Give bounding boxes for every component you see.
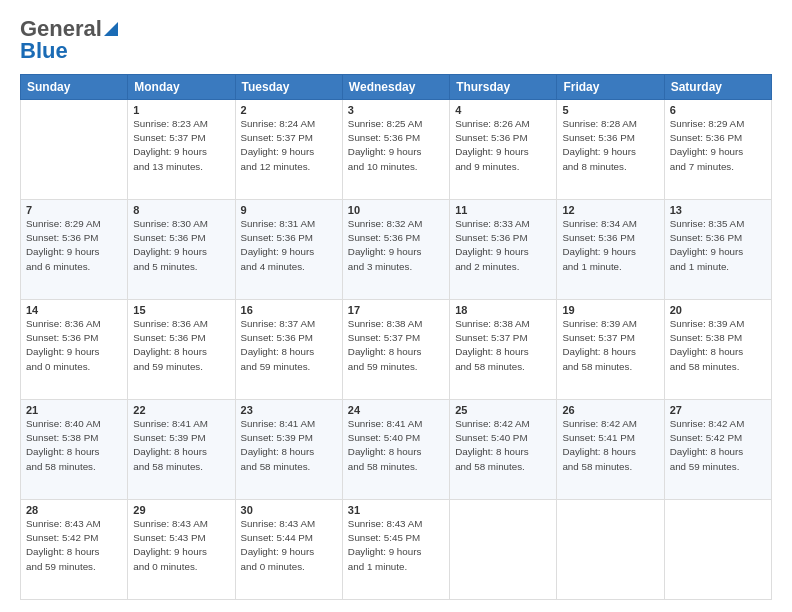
calendar-cell: 29Sunrise: 8:43 AM Sunset: 5:43 PM Dayli…: [128, 500, 235, 600]
day-number: 8: [133, 204, 229, 216]
day-number: 23: [241, 404, 337, 416]
day-info: Sunrise: 8:43 AM Sunset: 5:45 PM Dayligh…: [348, 517, 444, 574]
day-info: Sunrise: 8:41 AM Sunset: 5:39 PM Dayligh…: [241, 417, 337, 474]
day-info: Sunrise: 8:26 AM Sunset: 5:36 PM Dayligh…: [455, 117, 551, 174]
weekday-header-thursday: Thursday: [450, 75, 557, 100]
calendar-cell: [450, 500, 557, 600]
day-number: 24: [348, 404, 444, 416]
calendar-cell: 8Sunrise: 8:30 AM Sunset: 5:36 PM Daylig…: [128, 200, 235, 300]
weekday-header-row: SundayMondayTuesdayWednesdayThursdayFrid…: [21, 75, 772, 100]
day-number: 29: [133, 504, 229, 516]
calendar-cell: 4Sunrise: 8:26 AM Sunset: 5:36 PM Daylig…: [450, 100, 557, 200]
day-info: Sunrise: 8:41 AM Sunset: 5:39 PM Dayligh…: [133, 417, 229, 474]
day-info: Sunrise: 8:30 AM Sunset: 5:36 PM Dayligh…: [133, 217, 229, 274]
day-number: 3: [348, 104, 444, 116]
day-number: 14: [26, 304, 122, 316]
calendar-cell: 24Sunrise: 8:41 AM Sunset: 5:40 PM Dayli…: [342, 400, 449, 500]
day-number: 10: [348, 204, 444, 216]
day-info: Sunrise: 8:28 AM Sunset: 5:36 PM Dayligh…: [562, 117, 658, 174]
weekday-header-wednesday: Wednesday: [342, 75, 449, 100]
day-info: Sunrise: 8:23 AM Sunset: 5:37 PM Dayligh…: [133, 117, 229, 174]
weekday-header-friday: Friday: [557, 75, 664, 100]
calendar-cell: 20Sunrise: 8:39 AM Sunset: 5:38 PM Dayli…: [664, 300, 771, 400]
page: General Blue SundayMondayTuesdayWednesda…: [0, 0, 792, 612]
day-info: Sunrise: 8:36 AM Sunset: 5:36 PM Dayligh…: [133, 317, 229, 374]
day-info: Sunrise: 8:32 AM Sunset: 5:36 PM Dayligh…: [348, 217, 444, 274]
day-info: Sunrise: 8:24 AM Sunset: 5:37 PM Dayligh…: [241, 117, 337, 174]
day-number: 17: [348, 304, 444, 316]
calendar-cell: [664, 500, 771, 600]
day-info: Sunrise: 8:36 AM Sunset: 5:36 PM Dayligh…: [26, 317, 122, 374]
calendar-cell: 11Sunrise: 8:33 AM Sunset: 5:36 PM Dayli…: [450, 200, 557, 300]
calendar-cell: 30Sunrise: 8:43 AM Sunset: 5:44 PM Dayli…: [235, 500, 342, 600]
calendar-cell: 3Sunrise: 8:25 AM Sunset: 5:36 PM Daylig…: [342, 100, 449, 200]
day-number: 6: [670, 104, 766, 116]
day-number: 7: [26, 204, 122, 216]
day-number: 5: [562, 104, 658, 116]
day-info: Sunrise: 8:40 AM Sunset: 5:38 PM Dayligh…: [26, 417, 122, 474]
day-number: 25: [455, 404, 551, 416]
logo-blue-text: Blue: [20, 38, 68, 64]
day-number: 21: [26, 404, 122, 416]
day-info: Sunrise: 8:35 AM Sunset: 5:36 PM Dayligh…: [670, 217, 766, 274]
day-number: 22: [133, 404, 229, 416]
day-number: 1: [133, 104, 229, 116]
calendar-cell: 12Sunrise: 8:34 AM Sunset: 5:36 PM Dayli…: [557, 200, 664, 300]
calendar-cell: 14Sunrise: 8:36 AM Sunset: 5:36 PM Dayli…: [21, 300, 128, 400]
logo-arrow-icon: [104, 18, 118, 36]
day-info: Sunrise: 8:31 AM Sunset: 5:36 PM Dayligh…: [241, 217, 337, 274]
calendar-cell: 25Sunrise: 8:42 AM Sunset: 5:40 PM Dayli…: [450, 400, 557, 500]
calendar-week-row: 14Sunrise: 8:36 AM Sunset: 5:36 PM Dayli…: [21, 300, 772, 400]
day-info: Sunrise: 8:34 AM Sunset: 5:36 PM Dayligh…: [562, 217, 658, 274]
day-info: Sunrise: 8:39 AM Sunset: 5:38 PM Dayligh…: [670, 317, 766, 374]
calendar-cell: 27Sunrise: 8:42 AM Sunset: 5:42 PM Dayli…: [664, 400, 771, 500]
calendar-cell: 21Sunrise: 8:40 AM Sunset: 5:38 PM Dayli…: [21, 400, 128, 500]
day-number: 20: [670, 304, 766, 316]
day-info: Sunrise: 8:42 AM Sunset: 5:40 PM Dayligh…: [455, 417, 551, 474]
day-number: 11: [455, 204, 551, 216]
day-info: Sunrise: 8:42 AM Sunset: 5:42 PM Dayligh…: [670, 417, 766, 474]
day-info: Sunrise: 8:43 AM Sunset: 5:43 PM Dayligh…: [133, 517, 229, 574]
calendar-week-row: 21Sunrise: 8:40 AM Sunset: 5:38 PM Dayli…: [21, 400, 772, 500]
day-info: Sunrise: 8:25 AM Sunset: 5:36 PM Dayligh…: [348, 117, 444, 174]
calendar-cell: 22Sunrise: 8:41 AM Sunset: 5:39 PM Dayli…: [128, 400, 235, 500]
day-info: Sunrise: 8:42 AM Sunset: 5:41 PM Dayligh…: [562, 417, 658, 474]
weekday-header-monday: Monday: [128, 75, 235, 100]
day-info: Sunrise: 8:43 AM Sunset: 5:44 PM Dayligh…: [241, 517, 337, 574]
weekday-header-sunday: Sunday: [21, 75, 128, 100]
day-number: 19: [562, 304, 658, 316]
calendar-cell: 2Sunrise: 8:24 AM Sunset: 5:37 PM Daylig…: [235, 100, 342, 200]
header: General Blue: [20, 16, 772, 64]
day-info: Sunrise: 8:38 AM Sunset: 5:37 PM Dayligh…: [455, 317, 551, 374]
day-number: 31: [348, 504, 444, 516]
day-info: Sunrise: 8:37 AM Sunset: 5:36 PM Dayligh…: [241, 317, 337, 374]
day-info: Sunrise: 8:38 AM Sunset: 5:37 PM Dayligh…: [348, 317, 444, 374]
calendar-cell: [557, 500, 664, 600]
day-number: 9: [241, 204, 337, 216]
day-number: 16: [241, 304, 337, 316]
calendar-cell: 26Sunrise: 8:42 AM Sunset: 5:41 PM Dayli…: [557, 400, 664, 500]
calendar-cell: 15Sunrise: 8:36 AM Sunset: 5:36 PM Dayli…: [128, 300, 235, 400]
day-number: 2: [241, 104, 337, 116]
calendar-cell: 9Sunrise: 8:31 AM Sunset: 5:36 PM Daylig…: [235, 200, 342, 300]
day-number: 27: [670, 404, 766, 416]
calendar-cell: 19Sunrise: 8:39 AM Sunset: 5:37 PM Dayli…: [557, 300, 664, 400]
calendar-cell: 16Sunrise: 8:37 AM Sunset: 5:36 PM Dayli…: [235, 300, 342, 400]
calendar-cell: [21, 100, 128, 200]
day-number: 26: [562, 404, 658, 416]
calendar-cell: 6Sunrise: 8:29 AM Sunset: 5:36 PM Daylig…: [664, 100, 771, 200]
svg-marker-0: [104, 22, 118, 36]
calendar-cell: 28Sunrise: 8:43 AM Sunset: 5:42 PM Dayli…: [21, 500, 128, 600]
calendar-cell: 10Sunrise: 8:32 AM Sunset: 5:36 PM Dayli…: [342, 200, 449, 300]
calendar-week-row: 1Sunrise: 8:23 AM Sunset: 5:37 PM Daylig…: [21, 100, 772, 200]
calendar-cell: 18Sunrise: 8:38 AM Sunset: 5:37 PM Dayli…: [450, 300, 557, 400]
calendar-cell: 1Sunrise: 8:23 AM Sunset: 5:37 PM Daylig…: [128, 100, 235, 200]
day-number: 12: [562, 204, 658, 216]
day-number: 4: [455, 104, 551, 116]
day-info: Sunrise: 8:43 AM Sunset: 5:42 PM Dayligh…: [26, 517, 122, 574]
day-info: Sunrise: 8:29 AM Sunset: 5:36 PM Dayligh…: [670, 117, 766, 174]
day-number: 13: [670, 204, 766, 216]
weekday-header-tuesday: Tuesday: [235, 75, 342, 100]
day-number: 15: [133, 304, 229, 316]
calendar-cell: 23Sunrise: 8:41 AM Sunset: 5:39 PM Dayli…: [235, 400, 342, 500]
